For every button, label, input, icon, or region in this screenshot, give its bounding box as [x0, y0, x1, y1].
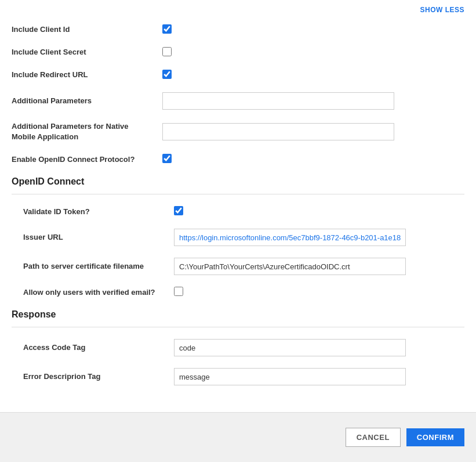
access-code-tag-control: [174, 339, 464, 356]
error-description-tag-row: Error Descriprion Tag: [23, 362, 464, 391]
additional-parameters-label: Additional Parameters: [12, 96, 162, 106]
confirm-button[interactable]: CONFIRM: [406, 428, 464, 446]
include-client-id-control: [162, 24, 464, 35]
include-client-secret-checkbox[interactable]: [162, 47, 172, 56]
openid-section-header: OpenID Connect: [12, 176, 464, 189]
additional-parameters-control: [162, 92, 464, 110]
include-client-id-checkbox[interactable]: [162, 24, 172, 34]
validate-id-token-row: Validate ID Token?: [23, 200, 464, 223]
issuer-url-label: Issuer URL: [23, 232, 174, 243]
include-redirect-url-label: Include Redirect URL: [12, 70, 162, 80]
include-redirect-url-checkbox[interactable]: [162, 70, 172, 79]
response-section-body: Access Code Tag Error Descriprion Tag: [12, 333, 464, 391]
main-content: SHOW LESS Include Client Id Include Clie…: [0, 0, 476, 412]
enable-openid-label: Enable OpenID Connect Protocol?: [12, 154, 162, 165]
error-description-tag-label: Error Descriprion Tag: [23, 371, 174, 382]
issuer-url-row: Issuer URL: [23, 223, 464, 252]
response-section-header: Response: [12, 309, 464, 322]
allow-verified-email-control: [174, 287, 464, 298]
enable-openid-row: Enable OpenID Connect Protocol?: [12, 148, 464, 171]
issuer-url-control: [174, 229, 464, 246]
openid-divider: [12, 194, 464, 194]
additional-parameters-native-input[interactable]: [162, 123, 394, 140]
include-client-id-row: Include Client Id: [12, 19, 464, 41]
additional-parameters-row: Additional Parameters: [12, 86, 464, 116]
additional-parameters-native-control: [162, 123, 464, 140]
include-client-secret-control: [162, 47, 464, 58]
include-redirect-url-control: [162, 70, 464, 81]
allow-verified-email-label: Allow only users with verified email?: [23, 287, 174, 298]
allow-verified-email-checkbox[interactable]: [174, 287, 183, 296]
validate-id-token-checkbox[interactable]: [174, 206, 183, 215]
error-description-tag-input[interactable]: [174, 368, 406, 385]
cert-path-row: Path to server certificate filename: [23, 252, 464, 281]
enable-openid-checkbox[interactable]: [162, 154, 172, 163]
cancel-button[interactable]: CANCEL: [346, 428, 401, 447]
validate-id-token-control: [174, 206, 464, 217]
footer-bar: CANCEL CONFIRM: [0, 412, 476, 462]
access-code-tag-input[interactable]: [174, 339, 406, 356]
additional-parameters-input[interactable]: [162, 92, 394, 110]
include-client-secret-row: Include Client Secret: [12, 41, 464, 64]
show-less-row: SHOW LESS: [12, 0, 464, 19]
cert-path-input[interactable]: [174, 258, 406, 275]
additional-parameters-native-label: Additional Parameters for Native Mobile …: [12, 121, 162, 142]
cert-path-control: [174, 258, 464, 275]
include-client-secret-label: Include Client Secret: [12, 47, 162, 57]
enable-openid-control: [162, 154, 464, 165]
openid-section-body: Validate ID Token? Issuer URL Path to se…: [12, 200, 464, 304]
include-redirect-url-row: Include Redirect URL: [12, 64, 464, 86]
validate-id-token-label: Validate ID Token?: [23, 207, 174, 217]
access-code-tag-row: Access Code Tag: [23, 333, 464, 362]
include-client-id-label: Include Client Id: [12, 24, 162, 35]
response-divider: [12, 327, 464, 327]
issuer-url-input[interactable]: [174, 229, 406, 246]
error-description-tag-control: [174, 368, 464, 385]
access-code-tag-label: Access Code Tag: [23, 342, 174, 353]
additional-parameters-native-row: Additional Parameters for Native Mobile …: [12, 116, 464, 148]
show-less-link[interactable]: SHOW LESS: [420, 6, 464, 14]
cert-path-label: Path to server certificate filename: [23, 261, 174, 272]
allow-verified-email-row: Allow only users with verified email?: [23, 281, 464, 304]
